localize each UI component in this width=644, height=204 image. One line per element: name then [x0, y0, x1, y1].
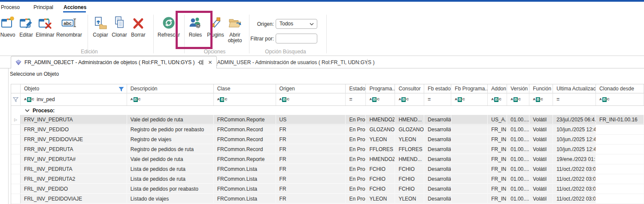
cell-descripcion[interactable]: Vale del pedido de ruta [127, 115, 214, 124]
cell-addon[interactable]: FR_INI [488, 174, 507, 184]
cell-consultor[interactable]: HMEND... [395, 155, 424, 164]
filter-cell-objeto[interactable]: ABCinv_ped [21, 93, 127, 105]
cell-consultor[interactable]: FCHIO [395, 174, 424, 184]
cell-clonado[interactable] [596, 125, 644, 134]
cell-addon[interactable]: FR_INI [488, 135, 507, 144]
cell-fb_programa[interactable] [451, 135, 488, 144]
menu-tab-proceso[interactable]: Proceso [1, 3, 20, 12]
table-row[interactable]: FRL_INV_PEDIDOLista de pedidos por reaba… [11, 184, 644, 194]
filtrar-por-input[interactable] [276, 34, 317, 43]
cell-funcion[interactable]: Volátil [529, 115, 553, 124]
cell-funcion[interactable]: Volátil [529, 135, 553, 144]
cell-fb_estado[interactable]: Desarrollá... [424, 184, 451, 194]
tab-fr-admin-object[interactable]: FR_ADMIN_OBJECT - Administración de obje… [11, 56, 217, 68]
table-row[interactable]: ▷FRV_INV_PEDRUTAVale del pedido de rutaF… [11, 115, 644, 125]
cell-descripcion[interactable]: Registro de pedidos de ruta [127, 145, 214, 154]
cell-clonado[interactable] [596, 145, 644, 154]
cell-consultor[interactable]: HMEND... [395, 115, 424, 124]
column-header-indicator[interactable] [11, 84, 21, 93]
column-header-estado[interactable]: Estado [346, 84, 366, 93]
cell-consultor[interactable]: FCHIO [395, 164, 424, 174]
cell-programa[interactable]: YLEON [366, 135, 395, 144]
cell-objeto[interactable]: FRL_INV_PEDRUTA2 [21, 174, 127, 184]
cell-version[interactable]: 01.00.... [507, 135, 529, 144]
cell-fb_estado[interactable]: Desarrollá... [424, 145, 451, 154]
cell-version[interactable]: 01.00.... [507, 174, 529, 184]
filter-cell-version[interactable]: ABC [507, 93, 529, 105]
cell-origen[interactable]: FR [276, 125, 346, 134]
cell-fb_estado[interactable]: Desarrollá... [424, 174, 451, 184]
cell-fb_estado[interactable]: Desarrollá... [424, 115, 451, 124]
cell-addon[interactable]: FR_INI [488, 194, 507, 204]
cell-estado[interactable]: En Prod... [346, 174, 366, 184]
filter-cell-programa[interactable]: ABC [366, 93, 395, 105]
column-header-version[interactable]: Versión [507, 84, 529, 93]
cell-origen[interactable]: FR [276, 174, 346, 184]
cell-clonado[interactable] [596, 155, 644, 164]
column-header-objeto[interactable]: Objeto [21, 84, 127, 93]
cell-consultor[interactable]: YLEON [395, 194, 424, 204]
cell-funcion[interactable]: Volátil [529, 194, 553, 204]
cell-objeto[interactable]: FRV_INV_PEDRUTA# [21, 155, 127, 164]
column-header-consultor[interactable]: Consultor [395, 84, 424, 93]
cell-version[interactable]: 01.00.... [507, 125, 529, 134]
filter-cell-fb_programa[interactable]: ABC [451, 93, 488, 105]
filter-cell-descripcion[interactable]: ABC [127, 93, 214, 105]
filter-cell-consultor[interactable]: ABC [395, 93, 424, 105]
table-row[interactable]: FRR_INV_PEDIDORegistro de pedido por rea… [11, 125, 644, 135]
filter-cell-estado[interactable]: = [346, 93, 366, 105]
cell-objeto[interactable]: FRL_INV_PEDIDOVIAJE [21, 194, 127, 204]
cell-origen[interactable]: FR [276, 155, 346, 164]
cell-fb_programa[interactable] [451, 184, 488, 194]
cell-addon[interactable]: FR_INI [488, 145, 507, 154]
cell-estado[interactable]: En Prod... [346, 164, 366, 174]
cell-funcion[interactable]: Volátil [529, 164, 553, 174]
cell-estado[interactable]: En Prod... [346, 135, 366, 144]
nuevo-button[interactable]: Nuevo [0, 14, 15, 53]
column-header-origen[interactable]: Origen [276, 84, 346, 93]
cell-clonado[interactable] [596, 164, 644, 174]
column-header-clonado[interactable]: Clonado desde [596, 84, 644, 93]
cell-estado[interactable]: En Prod... [346, 145, 366, 154]
cell-estado[interactable]: En Prod... [346, 194, 366, 204]
cell-descripcion[interactable]: Lista de pedidos por reabasto [127, 184, 214, 194]
plugins-button[interactable]: Plugins [205, 14, 226, 53]
filter-cell-clonado[interactable]: ABC [596, 93, 644, 105]
cell-objeto[interactable]: FRV_INV_PEDRUTA [21, 115, 127, 124]
cell-ultima[interactable]: 10/jun./2025 12:4... [553, 145, 596, 154]
cell-fb_programa[interactable] [451, 125, 488, 134]
cell-clase[interactable]: FRCommon.Record [214, 125, 276, 134]
cell-fb_programa[interactable] [451, 174, 488, 184]
cell-consultor[interactable]: FFLORES [395, 145, 424, 154]
cell-programa[interactable]: GLOZANO [366, 125, 395, 134]
cell-clonado[interactable] [596, 194, 644, 204]
column-header-fb_estado[interactable]: Fb estado [424, 84, 451, 93]
table-row[interactable]: FRL_INV_PEDRUTALista de pedidos de rutaF… [11, 164, 644, 174]
cell-estado[interactable]: En Prod... [346, 155, 366, 164]
close-icon[interactable]: ✕ [208, 59, 213, 65]
borrar-button[interactable]: Borrar [129, 14, 148, 53]
filter-cell-fb_estado[interactable]: = [424, 93, 451, 105]
refrescar-button[interactable]: Refrescar [156, 14, 181, 53]
cell-clase[interactable]: FRCommon.Reporte [214, 155, 276, 164]
cell-version[interactable]: 01.00.... [507, 145, 529, 154]
cell-estado[interactable]: En Prod... [346, 184, 366, 194]
cell-funcion[interactable]: Volátil [529, 184, 553, 194]
cell-funcion[interactable]: Volátil [529, 145, 553, 154]
cell-programa[interactable]: HMENDOZA [366, 155, 395, 164]
cell-ultima[interactable]: 11/oct./2022 03:0... [553, 194, 596, 204]
column-header-fb_programa[interactable]: Fb Programa... [451, 84, 488, 93]
cell-origen[interactable]: FR [276, 194, 346, 204]
cell-descripcion[interactable]: Lista de pedidos de ruta [127, 174, 214, 184]
cell-fb_programa[interactable] [451, 155, 488, 164]
cell-programa[interactable]: FFLORES [366, 145, 395, 154]
column-header-descripcion[interactable]: Descripción [127, 84, 214, 93]
cell-addon[interactable]: US_A... [488, 115, 507, 124]
column-header-addon[interactable]: Addon [488, 84, 507, 93]
cell-programa[interactable]: YLEON [366, 194, 395, 204]
filter-cell-indicator[interactable] [11, 93, 21, 105]
cell-fb_estado[interactable]: Desarrollá... [424, 125, 451, 134]
cell-ultima[interactable]: 11/oct./2022 03:0... [553, 174, 596, 184]
cell-version[interactable]: 01.00.... [507, 115, 529, 124]
cell-consultor[interactable]: FCHIO [395, 184, 424, 194]
